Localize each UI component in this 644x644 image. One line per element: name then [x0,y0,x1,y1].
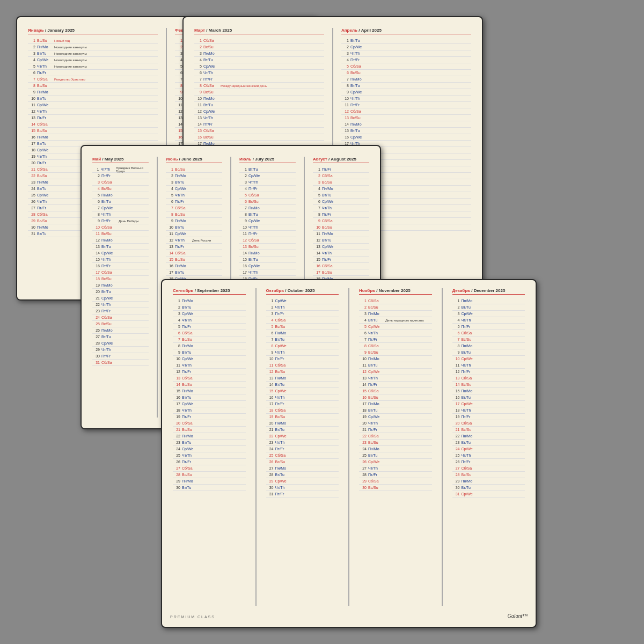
day-code: Сб/Sa [368,434,384,438]
day-number: 4 [175,58,182,62]
day-code: Ср/We [462,357,478,361]
day-code: Пн/Mo [462,299,478,303]
day-code: Вс/Su [368,486,384,489]
day-number: 10 [175,97,182,100]
dec-header: Декабрь / December 2025 [452,288,525,295]
day-number: 21 [28,167,35,171]
day-row: 14Сб/Sa [166,250,222,257]
day-code: Вс/Su [275,370,291,374]
day-number: 7 [341,77,349,81]
day-number: 5 [266,325,274,328]
day-row: 8Вс/Su [166,211,222,218]
day-row: 6Ср/We [313,199,369,205]
day-row: 9Пн/Mo [166,218,222,224]
day-number: 6 [359,331,367,335]
day-number: 6 [166,200,173,203]
day-row: 15Сб/Sa [194,128,324,134]
day-number: 17 [239,270,247,274]
day-code: Сб/Sa [203,129,219,133]
day-number: 18 [359,408,367,412]
day-code: Вт/Tu [368,318,384,322]
day-row: 1Вт/Tu [239,166,296,173]
day-code: Вт/Tu [182,486,198,489]
brand-label: Galant™ [507,613,528,619]
day-row: 21Вс/Su [452,427,525,433]
day-number: 28 [173,473,180,477]
day-number: 1 [266,299,274,303]
day-code: Сб/Sa [368,479,384,483]
april-header: Апрель / April 2025 [341,28,471,34]
day-row: 6Пн/Mo [266,330,339,336]
day-row: 9Вс/Su [194,89,324,96]
day-code: Ср/We [275,479,291,483]
day-code: Сб/Sa [101,225,118,229]
day-number: 13 [173,376,180,380]
oct-header: Октябрь / October 2025 [266,288,339,295]
day-row: 22Ср/We [266,433,339,440]
day-code: Вс/Su [175,213,191,216]
january-header: Январь / January 2025 [28,28,158,34]
day-code: Пт/Fr [462,370,478,374]
day-number: 13 [266,376,274,380]
day-code: Чт/Th [248,180,265,184]
day-row: 9Пн/Mo [28,89,158,96]
day-code: Ср/We [462,402,478,406]
day-row: 5Чт/ThНовогодние каникулы [28,63,158,70]
day-code: Пт/Fr [350,58,367,62]
day-number: 9 [173,350,180,354]
day-number: 14 [313,251,320,255]
day-number: 12 [313,238,320,242]
day-number: 10 [166,225,173,229]
day-code: Сб/Sa [248,238,265,242]
day-row: 17Ср/We [173,401,246,407]
day-number: 14 [175,122,182,126]
day-row: 4Чт/Th [452,317,525,324]
day-code: Сб/Sa [101,270,118,274]
day-number: 26 [28,200,35,203]
day-number: 29 [452,479,460,483]
day-number: 26 [359,460,367,464]
day-code: Пт/Fr [248,232,265,236]
day-number: 28 [359,473,367,477]
day-number: 3 [341,52,349,55]
day-row: 8Пн/Mo [452,343,525,349]
day-code: Сб/Sa [203,84,219,87]
day-number: 19 [28,155,35,158]
day-number: 2 [341,45,349,49]
day-row: 14Ср/We [92,250,149,257]
day-row: 28Пт/Fr [359,472,432,478]
day-number: 30 [173,486,180,489]
day-row: 12Сб/Sa [239,237,296,244]
day-code: Чт/Th [182,318,198,322]
day-code: Вс/Su [322,270,338,274]
day-code: Чт/Th [275,486,291,489]
day-row: 25Чт/Th [452,452,525,459]
day-number: 7 [92,206,100,210]
day-number: 16 [28,135,35,139]
day-row: 4Вт/Tu [194,57,324,63]
day-note: Праздник Весны и Труда [116,166,149,173]
day-note: Международный женский день [221,84,267,87]
day-code: Пн/Mo [462,344,478,348]
day-number: 5 [92,193,100,197]
may-days: 1Чт/ThПраздник Весны и Труда2Пт/Fr3Сб/Sa… [92,166,149,366]
day-row: 27Пн/Mo [266,465,339,472]
day-code: Чт/Th [350,52,367,55]
day-code: Пт/Fr [462,325,478,328]
day-row: 6Сб/Sa [452,330,525,336]
day-number: 22 [173,434,180,438]
day-number: 15 [173,389,180,393]
day-number: 13 [452,376,460,380]
day-code: Сб/Sa [462,466,478,470]
day-row: 10Ср/We [452,356,525,362]
day-code: Сб/Sa [368,389,384,393]
day-row: 6Вс/Su [341,70,471,76]
day-row: 13Вс/Su [239,244,296,250]
day-number: 13 [166,245,173,248]
day-row: 12Вт/Tu [313,237,369,244]
day-code: Пн/Mo [322,232,338,236]
day-code: Вс/Su [368,305,384,309]
day-row: 3Чт/Th [341,50,471,57]
day-row: 8Чт/Th [92,211,149,218]
day-row: 10Вс/Su [313,224,369,231]
